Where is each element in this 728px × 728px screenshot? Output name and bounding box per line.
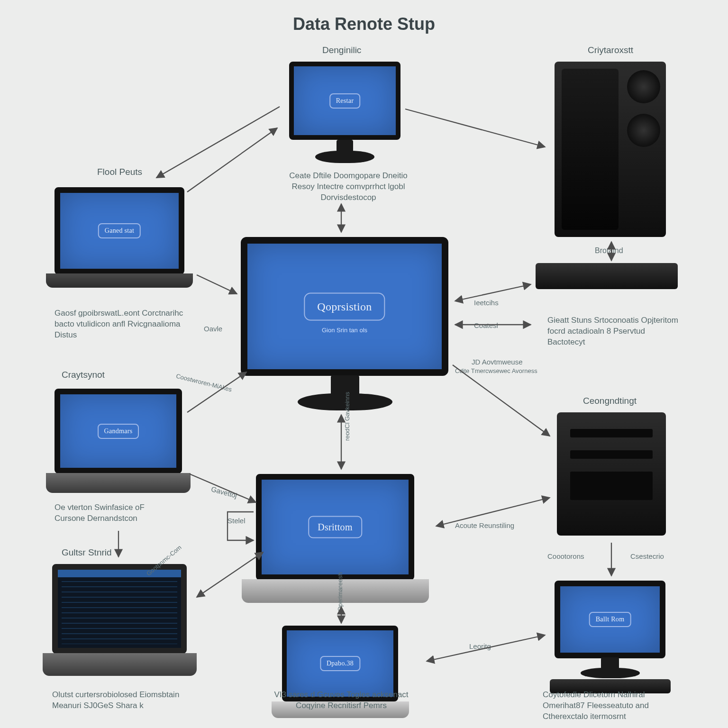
node-left-laptop-1: Ganed stat bbox=[55, 187, 184, 274]
badge-left-laptop-2: Gandmars bbox=[98, 424, 139, 439]
label-left-laptop-3: Gultsr Stnrid bbox=[62, 547, 112, 558]
svg-line-1 bbox=[187, 128, 277, 192]
edge-cdite: Cdite Tmercwsewec Avorness bbox=[455, 367, 537, 374]
desc-right-tower: Gieatt Stuns Srtoconoatis Opjteritom foc… bbox=[547, 315, 680, 348]
svg-line-2 bbox=[405, 109, 545, 147]
badge-br-desktop: Ballt Rom bbox=[589, 612, 631, 627]
label-right-small-tower: Ceongndtingt bbox=[583, 396, 637, 406]
edge-oavle: Oavle bbox=[204, 325, 222, 333]
edge-reodcl: reodCl Gavkeinns bbox=[344, 392, 351, 441]
svg-line-4 bbox=[197, 275, 237, 294]
edge-coatesl: Coatesl bbox=[474, 321, 498, 329]
node-br-desktop: Ballt Rom bbox=[555, 581, 665, 658]
desc-br-desktop: Coytofedle Dlicetorn Nalhiral Omerihat87… bbox=[543, 690, 685, 722]
badge-br-laptop: Dpabo.38 bbox=[320, 656, 360, 671]
edge-operim: Operimareesh bbox=[337, 573, 344, 611]
svg-line-7 bbox=[453, 365, 550, 436]
edge-acoute: Acoute Reunstiling bbox=[455, 521, 514, 529]
svg-line-0 bbox=[156, 107, 280, 178]
sublabel-right-tower: Brotaind bbox=[595, 246, 623, 255]
sub-center-monitor: Gion Srin tan ols bbox=[247, 327, 442, 334]
node-left-laptop-3 bbox=[52, 564, 187, 654]
node-bottom-laptop: Dsrittom bbox=[256, 474, 414, 580]
edge-leoritg: Leoritg bbox=[469, 642, 491, 650]
badge-top-monitor: Restar bbox=[329, 93, 361, 109]
label-left-laptop-2: Craytsynot bbox=[62, 370, 105, 380]
node-center-monitor: Qoprsistion Gion Srin tan ols bbox=[241, 237, 448, 376]
node-left-laptop-2: Gandmars bbox=[55, 389, 182, 473]
edge-stelel: Stelel bbox=[228, 517, 246, 525]
node-top-monitor: Restar bbox=[289, 62, 400, 140]
edge-csestecrio: Csestecrio bbox=[630, 552, 664, 560]
keyboard-right bbox=[536, 263, 678, 289]
desc-left-laptop-3: Olutst curtersrobiolosed Eiomsbtain Mean… bbox=[52, 690, 194, 711]
edge-coootorons: Coootorons bbox=[547, 552, 584, 560]
label-left-laptop-1: Flool Peuts bbox=[97, 167, 142, 177]
desc-bottom-laptop: VI3 sares d Gcuves Togles acksenact Coqy… bbox=[263, 690, 419, 711]
badge-left-laptop-1: Ganed stat bbox=[98, 223, 141, 238]
edge-gavettoj: Gavettoj bbox=[210, 485, 238, 500]
node-right-small-tower bbox=[557, 412, 666, 536]
edge-jd: JD Aovtmweuse bbox=[472, 358, 523, 366]
edge-ieetcihs: Ieetcihs bbox=[474, 299, 499, 307]
desc-top-monitor: Ceate Dftile Doomgopare Dneitio Resoy In… bbox=[282, 171, 415, 203]
desc-left-laptop-1: Gaosf gpoibrswatL.eont Corctnarihc bacto… bbox=[55, 308, 187, 341]
badge-center-monitor: Qoprsistion bbox=[304, 292, 385, 320]
desc-left-laptop-2: Oe vterton Swinfasice oF Cursone Dernand… bbox=[55, 502, 168, 524]
diagram-title: Data Renote Stup bbox=[0, 14, 728, 34]
edge-coost: Coostwroren-MiAkes bbox=[175, 373, 233, 393]
badge-bottom-laptop: Dsrittom bbox=[308, 516, 362, 538]
node-right-tower bbox=[555, 62, 666, 237]
label-top-monitor: Denginilic bbox=[322, 45, 361, 55]
label-right-tower: Criytaroxstt bbox=[588, 45, 633, 55]
